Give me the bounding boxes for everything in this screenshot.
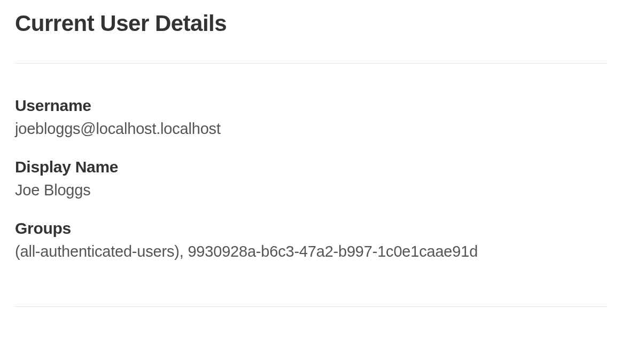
field-groups: Groups (all-authenticated-users), 993092… (15, 219, 607, 260)
groups-value: (all-authenticated-users), 9930928a-b6c3… (15, 243, 607, 260)
divider-top (15, 63, 607, 64)
field-display-name: Display Name Joe Bloggs (15, 158, 607, 199)
page-title: Current User Details (15, 11, 607, 36)
display-name-value: Joe Bloggs (15, 181, 607, 199)
username-label: Username (15, 97, 607, 115)
groups-label: Groups (15, 219, 607, 238)
field-username: Username joebloggs@localhost.localhost (15, 97, 607, 138)
username-value: joebloggs@localhost.localhost (15, 120, 607, 138)
divider-bottom (15, 306, 607, 307)
display-name-label: Display Name (15, 158, 607, 176)
